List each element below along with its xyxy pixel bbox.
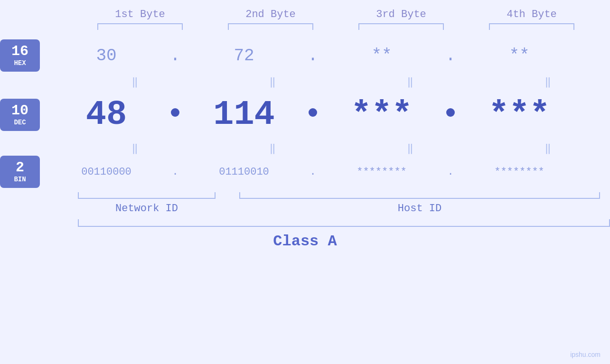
dec-val2: 114 [187, 95, 301, 134]
bin-badge: 2 BIN [0, 156, 40, 188]
bin-dot3: . [439, 166, 462, 178]
main-container: 1st Byte 2nd Byte 3rd Byte 4th Byte 16 H… [0, 0, 610, 364]
eq2: ‖ [216, 75, 329, 88]
bottom-brackets [0, 192, 610, 199]
dec-dot-circle-3 [446, 108, 455, 117]
bin-badge-num: 2 [16, 160, 24, 175]
bin-dot2: . [301, 166, 325, 178]
hex-values: 30 . 72 . ** . ** [49, 46, 610, 65]
equals-row-2: ‖ ‖ ‖ ‖ [0, 141, 610, 155]
bin-val1: 00110000 [49, 166, 163, 178]
bracket2 [206, 23, 336, 30]
byte3-label: 3rd Byte [336, 9, 467, 20]
hex-val2: 72 [187, 46, 301, 65]
dec-row: 10 DEC 48 114 *** *** [0, 89, 610, 141]
eq3: ‖ [353, 75, 467, 88]
dec-dot1 [163, 108, 187, 121]
bin-val3: ******** [325, 166, 439, 178]
byte4-label: 4th Byte [467, 9, 597, 20]
hex-row: 16 HEX 30 . 72 . ** . ** [0, 37, 610, 75]
dec-badge-num: 10 [11, 103, 28, 118]
bracket4 [467, 23, 597, 30]
eq7: ‖ [353, 142, 467, 155]
bracket3 [336, 23, 467, 30]
hex-badge-num: 16 [11, 44, 28, 58]
bin-badge-label: BIN [14, 176, 26, 183]
eq4: ‖ [491, 75, 605, 88]
byte-headers: 1st Byte 2nd Byte 3rd Byte 4th Byte [0, 9, 610, 20]
dec-val3: *** [325, 95, 439, 134]
bracket1 [75, 23, 206, 30]
eq6: ‖ [216, 142, 329, 155]
eq1: ‖ [78, 75, 192, 88]
network-bracket [78, 192, 216, 199]
dec-values: 48 114 *** *** [49, 95, 610, 134]
byte2-label: 2nd Byte [206, 9, 336, 20]
hex-val4: ** [462, 46, 576, 65]
hex-val1: 30 [49, 46, 163, 65]
hex-dot2: . [301, 46, 325, 65]
hex-dot3: . [439, 46, 462, 65]
hex-dot1: . [163, 46, 187, 65]
dec-val1: 48 [49, 95, 163, 134]
dec-val4: *** [462, 95, 576, 134]
class-label: Class A [0, 233, 610, 250]
bin-dot1: . [163, 166, 187, 178]
hex-badge-label: HEX [14, 59, 26, 67]
hex-badge: 16 HEX [0, 39, 40, 72]
dec-dot3 [439, 108, 462, 121]
bin-row: 2 BIN 00110000 . 01110010 . ******** . [0, 155, 610, 188]
eq8: ‖ [491, 142, 605, 155]
dec-dot-circle-2 [309, 108, 317, 117]
header-brackets [0, 23, 610, 30]
id-labels-row: Network ID Host ID [0, 203, 610, 215]
hex-val3: ** [325, 46, 439, 65]
equals-row-1: ‖ ‖ ‖ ‖ [0, 75, 610, 89]
dec-dot2 [301, 108, 325, 121]
bin-val2: 01110010 [187, 166, 301, 178]
eq5: ‖ [78, 142, 192, 155]
bin-values: 00110000 . 01110010 . ******** . *******… [49, 166, 610, 178]
watermark: ipshu.com [570, 351, 601, 358]
host-bracket [239, 192, 600, 199]
bin-val4: ******** [462, 166, 576, 178]
byte1-label: 1st Byte [75, 9, 206, 20]
dec-badge-label: DEC [14, 119, 26, 126]
dec-badge: 10 DEC [0, 99, 40, 131]
network-id-label: Network ID [78, 203, 216, 215]
host-id-label: Host ID [239, 203, 600, 215]
outer-bracket [78, 219, 610, 227]
dec-dot-circle-1 [171, 108, 179, 117]
